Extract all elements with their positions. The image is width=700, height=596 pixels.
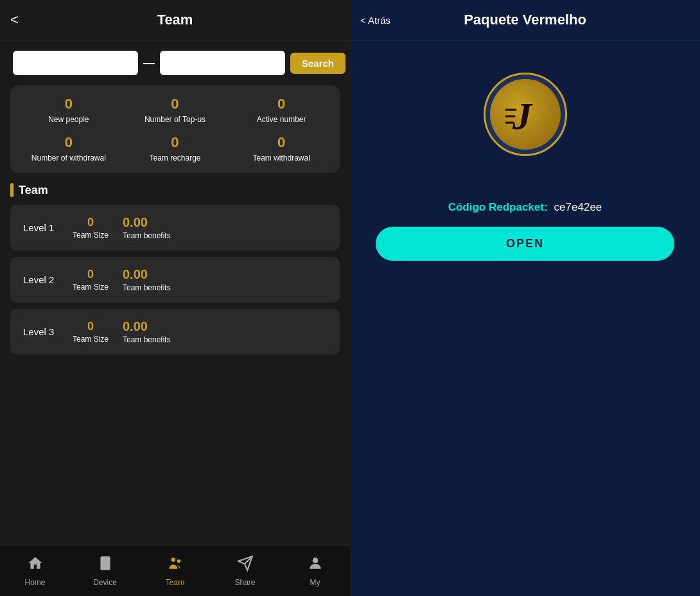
- nav-share-label: Share: [234, 578, 255, 587]
- stat-withdrawal: 0 Number of withdrawal: [15, 134, 122, 162]
- stat-team-withdrawal-value: 0: [277, 134, 285, 151]
- svg-point-3: [177, 559, 180, 563]
- stat-team-withdrawal: 0 Team withdrawal: [228, 134, 335, 162]
- share-icon: [237, 555, 254, 575]
- nav-item-my[interactable]: My: [296, 555, 335, 587]
- level-1-team-size: 0 Team Size: [71, 216, 110, 240]
- stat-recharge-label: Team recharge: [149, 153, 200, 162]
- level-1-benefits-label: Team benefits: [123, 231, 171, 240]
- team-section-header: Team: [0, 183, 350, 205]
- nav-team-label: Team: [166, 578, 184, 587]
- level-3-team-size: 0 Team Size: [71, 320, 110, 344]
- stat-new-people-value: 0: [65, 96, 73, 112]
- level-2-benefits-value: 0.00: [123, 267, 171, 282]
- level-1-count: 0: [87, 216, 94, 229]
- level-3-benefits-value: 0.00: [123, 319, 171, 334]
- redpacket-section: Código Redpacket: ce7e42ee OPEN: [350, 201, 700, 261]
- level-2-benefits: 0.00 Team benefits: [123, 267, 171, 292]
- left-page-title: Team: [157, 12, 193, 28]
- right-header: < Atrás Paquete Vermelho: [350, 0, 700, 40]
- svg-point-4: [312, 557, 318, 563]
- date-separator: —: [143, 57, 155, 70]
- team-icon: [167, 555, 184, 575]
- team-bar-indicator: [10, 183, 13, 197]
- nav-item-home[interactable]: Home: [16, 555, 55, 587]
- stat-new-people: 0 New people: [15, 96, 122, 124]
- stat-recharge-value: 0: [171, 134, 179, 151]
- search-bar: — Search: [0, 40, 350, 85]
- right-back-button[interactable]: < Atrás: [360, 15, 390, 26]
- stats-card: 0 New people 0 Number of Top-us 0 Active…: [10, 85, 340, 173]
- level-1-benefits: 0.00 Team benefits: [123, 215, 171, 240]
- stat-recharge: 0 Team recharge: [122, 134, 229, 162]
- right-panel: < Atrás Paquete Vermelho J Código Redpac…: [350, 0, 700, 596]
- level-2-card: Level 2 0 Team Size 0.00 Team benefits: [10, 257, 340, 302]
- stat-active-number-label: Active number: [257, 115, 306, 124]
- level-3-card: Level 3 0 Team Size 0.00 Team benefits: [10, 309, 340, 355]
- level-3-benefits: 0.00 Team benefits: [123, 319, 171, 344]
- left-back-button[interactable]: <: [10, 12, 19, 28]
- search-button[interactable]: Search: [290, 53, 346, 74]
- nav-item-device[interactable]: Device: [86, 555, 125, 587]
- level-3-count: 0: [87, 320, 94, 333]
- stat-active-number-value: 0: [277, 96, 285, 112]
- redpacket-label: Código Redpacket:: [448, 201, 548, 214]
- level-1-card: Level 1 0 Team Size 0.00 Team benefits: [10, 205, 340, 250]
- level-2-team-size: 0 Team Size: [71, 268, 110, 292]
- left-panel: < Team — Search 0 New people 0 Number of…: [0, 0, 350, 596]
- level-1-label: Level 1: [23, 222, 58, 233]
- stat-number-topus: 0 Number of Top-us: [122, 96, 229, 124]
- left-header: < Team: [0, 0, 350, 40]
- nav-device-label: Device: [93, 578, 117, 587]
- brand-logo-icon: J: [503, 92, 548, 137]
- right-page-title: Paquete Vermelho: [464, 12, 586, 28]
- nav-item-share[interactable]: Share: [226, 555, 265, 587]
- redpacket-code-row: Código Redpacket: ce7e42ee: [448, 201, 602, 214]
- level-2-count: 0: [87, 268, 94, 281]
- level-3-label: Level 3: [23, 326, 58, 337]
- my-icon: [307, 555, 324, 575]
- device-icon: [97, 555, 114, 575]
- stat-active-number: 0 Active number: [228, 96, 335, 124]
- team-section-title: Team: [19, 184, 48, 197]
- redpacket-value: ce7e42ee: [554, 201, 602, 214]
- brand-logo-inner: J: [490, 79, 561, 150]
- level-1-benefits-value: 0.00: [123, 215, 171, 230]
- open-button[interactable]: OPEN: [376, 227, 674, 261]
- level-2-label: Level 2: [23, 274, 58, 285]
- level-3-benefits-label: Team benefits: [123, 335, 171, 344]
- svg-rect-0: [100, 556, 110, 570]
- level-2-size-label: Team Size: [73, 283, 109, 292]
- level-3-size-label: Team Size: [73, 335, 109, 344]
- stat-number-topus-label: Number of Top-us: [144, 115, 206, 124]
- brand-logo-circle: J: [484, 73, 567, 156]
- stat-withdrawal-label: Number of withdrawal: [31, 153, 106, 162]
- nav-my-label: My: [310, 578, 320, 587]
- level-1-size-label: Team Size: [73, 231, 109, 240]
- search-input-from[interactable]: [13, 51, 138, 75]
- stat-number-topus-value: 0: [171, 96, 179, 112]
- home-icon: [27, 555, 44, 575]
- bottom-nav: Home Device Team Share My: [0, 545, 350, 596]
- stat-new-people-label: New people: [48, 115, 89, 124]
- stat-withdrawal-value: 0: [65, 134, 73, 151]
- nav-home-label: Home: [24, 578, 45, 587]
- search-input-to[interactable]: [160, 51, 285, 75]
- svg-point-2: [171, 557, 175, 562]
- stat-team-withdrawal-label: Team withdrawal: [252, 153, 310, 162]
- level-2-benefits-label: Team benefits: [123, 283, 171, 292]
- nav-item-team[interactable]: Team: [156, 555, 195, 587]
